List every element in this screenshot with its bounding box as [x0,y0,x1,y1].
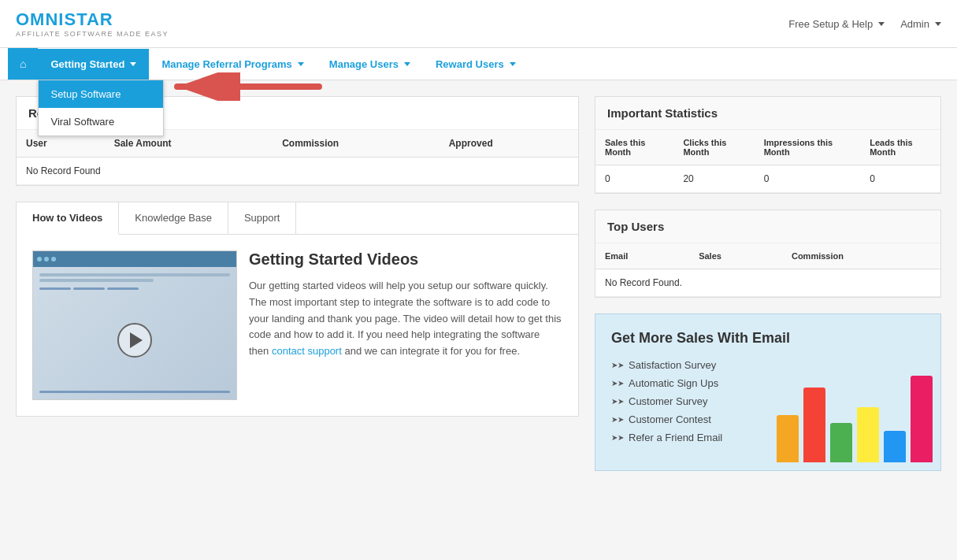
bar-0 [777,415,799,462]
play-button-area [39,292,230,388]
stat-col-leads: Leads this Month [860,130,940,165]
left-column: Recent Commissions User Sale Amount Comm… [16,96,579,471]
logo: OMNISTAR AFFILIATE SOFTWARE MADE EASY [16,9,169,38]
header: OMNISTAR AFFILIATE SOFTWARE MADE EASY Fr… [0,0,957,48]
table-row: No Record Found [17,158,578,185]
home-icon: ⌂ [20,57,26,70]
col-commission: Commission [273,130,440,158]
col-approved: Approved [440,130,578,158]
video-section-title: Getting Started Videos [249,250,562,269]
tabs-header: How to Videos Knowledge Base Support [17,202,578,235]
stat-leads-value: 0 [860,165,940,193]
video-dot-2 [44,257,49,261]
getting-started-nav[interactable]: Getting Started [38,49,149,80]
video-nav-lines [39,287,230,290]
navbar: ⌂ Getting Started Setup Software Viral S… [0,48,957,80]
setup-software-menu-item[interactable]: Setup Software [39,80,163,108]
admin-caret-icon [935,22,941,26]
contact-support-link[interactable]: contact support [272,345,342,357]
video-body [33,267,236,399]
stats-header-row: Sales this Month Clicks this Month Impre… [595,130,940,165]
video-line-2 [39,279,154,282]
email-promo-title: Get More Sales With Email [611,330,925,347]
tab-support[interactable]: Support [228,202,297,234]
stat-col-sales: Sales this Month [595,130,673,165]
video-body-text-2: and we can integrate it for you for free… [342,345,520,357]
right-column: Important Statistics Sales this Month Cl… [595,96,941,471]
reward-users-caret-icon [510,62,516,66]
manage-users-caret-icon [404,62,410,66]
play-triangle-icon [130,332,143,348]
stat-col-impressions: Impressions this Month [755,130,861,165]
arrow-icon-2: ➤➤ [611,379,624,388]
logo-text: OMNISTAR [16,9,169,30]
stat-clicks-value: 20 [673,165,754,193]
email-promo-box: Get More Sales With Email ➤➤ Satisfactio… [595,313,941,471]
home-nav-button[interactable]: ⌂ [8,48,38,80]
logo-omni: OMNI [16,9,64,29]
video-dot-1 [37,257,42,261]
free-setup-help-link[interactable]: Free Setup & Help [788,18,885,30]
top-users-col-commission: Commission [782,243,940,269]
video-top-bar [33,251,236,267]
manage-referral-caret-icon [298,62,304,66]
arrow-icon-4: ➤➤ [611,415,624,424]
viral-software-menu-item[interactable]: Viral Software [39,108,163,135]
logo-subtitle: AFFILIATE SOFTWARE MADE EASY [16,30,169,38]
arrow-icon-1: ➤➤ [611,361,624,369]
important-statistics-title: Important Statistics [595,97,940,130]
video-thumbnail[interactable] [32,250,237,400]
arrow-icon-5: ➤➤ [611,433,624,442]
bar-5 [911,376,933,462]
video-progress-bar [39,391,230,393]
stat-impressions-value: 0 [755,165,861,193]
video-nav-line-1 [39,287,71,290]
bar-4 [884,431,906,462]
top-users-box: Top Users Email Sales Commission No Reco… [595,210,941,298]
getting-started-caret-icon [130,62,136,66]
manage-users-nav[interactable]: Manage Users [317,49,423,80]
video-nav-line-3 [107,287,139,290]
arrow-icon-3: ➤➤ [611,397,624,406]
tab-text-content: Getting Started Videos Our getting start… [249,250,562,400]
video-nav-line-2 [73,287,105,290]
top-users-col-email: Email [595,243,689,269]
admin-link[interactable]: Admin [900,18,941,30]
getting-started-dropdown: Getting Started Setup Software Viral Sof… [38,49,149,80]
arrow-svg [169,72,327,101]
bar-2 [830,423,852,462]
top-users-no-record: No Record Found. [595,269,940,297]
no-record-cell: No Record Found [17,158,578,185]
video-dot-3 [51,257,56,261]
stat-sales-value: 0 [595,165,673,193]
bar-chart [777,368,933,462]
important-statistics-box: Important Statistics Sales this Month Cl… [595,96,941,194]
stat-col-clicks: Clicks this Month [673,130,754,165]
recent-commissions-table: User Sale Amount Commission Approved No … [17,130,578,185]
free-setup-caret-icon [878,22,885,26]
video-description: Our getting started videos will help you… [249,278,562,360]
main-content: Recent Commissions User Sale Amount Comm… [0,80,957,487]
top-users-col-sales: Sales [689,243,782,269]
tabs-container: How to Videos Knowledge Base Support [16,202,579,417]
play-button[interactable] [117,323,152,358]
top-users-title: Top Users [595,210,940,243]
bar-1 [803,388,825,462]
arrow-annotation [169,72,327,101]
logo-star: STAR [64,9,113,29]
stats-values-row: 0 20 0 0 [595,165,940,193]
top-users-header-row: Email Sales Commission [595,243,940,269]
statistics-table: Sales this Month Clicks this Month Impre… [595,130,940,193]
top-users-table: Email Sales Commission No Record Found. [595,243,940,297]
header-right: Free Setup & Help Admin [788,18,941,30]
video-line-1 [39,273,230,276]
getting-started-menu: Setup Software Viral Software [38,80,164,136]
table-row: No Record Found. [595,269,940,297]
reward-users-nav[interactable]: Reward Users [423,49,529,80]
tab-how-to-videos[interactable]: How to Videos [17,202,119,235]
bar-3 [857,407,879,462]
tab-knowledge-base[interactable]: Knowledge Base [119,202,228,234]
tab-content-how-to-videos: Getting Started Videos Our getting start… [17,235,578,416]
